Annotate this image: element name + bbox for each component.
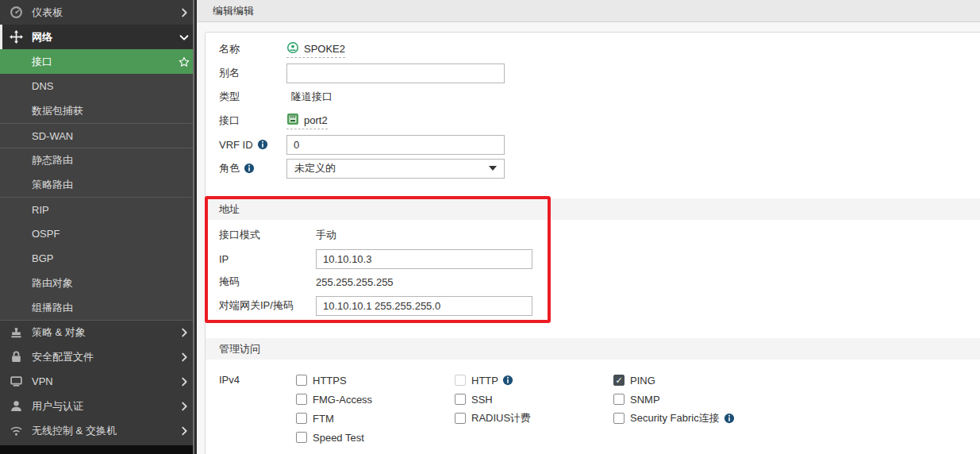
alias-label: 别名 <box>219 66 286 80</box>
checkbox-row-speed-test[interactable]: Speed Test <box>296 428 455 447</box>
chevron-right-icon <box>179 376 190 387</box>
stamp-icon <box>10 326 23 340</box>
sidebar-item-policy-routes[interactable]: 策略路由 <box>0 172 197 197</box>
sidebar-footer <box>0 445 197 454</box>
gauge-icon <box>10 6 23 19</box>
sidebar-item-vpn[interactable]: VPN <box>0 369 197 394</box>
ip-label: IP <box>219 253 316 265</box>
lock-icon <box>10 350 23 364</box>
sidebar-item-wifi-switch[interactable]: 无线控制 & 交换机 <box>0 418 197 443</box>
sidebar-item-network[interactable]: 网络 <box>0 25 197 49</box>
checkbox-row-snmp[interactable]: SNMP <box>613 390 772 409</box>
sidebar-item-multicast-routing[interactable]: 组播路由 <box>0 295 197 320</box>
ssh-checkbox[interactable] <box>455 394 466 405</box>
checkbox-row-fmg-access[interactable]: FMG-Access <box>296 390 455 409</box>
snmp-checkbox[interactable] <box>613 394 625 405</box>
radius-accounting-checkbox[interactable] <box>455 413 466 424</box>
alias-input[interactable] <box>286 63 505 83</box>
checkbox-label: FMG-Access <box>313 394 372 406</box>
sidebar-item-label: DNS <box>32 80 53 92</box>
netmask-value: 255.255.255.255 <box>316 276 394 288</box>
vrf-label: VRF ID <box>219 139 253 151</box>
role-select[interactable]: 未定义的 <box>286 159 505 179</box>
sidebar-item-ospf[interactable]: OSPF <box>0 221 197 246</box>
parent-interface-link[interactable]: port2 <box>286 113 328 129</box>
checkbox-label: HTTP <box>471 375 498 387</box>
address-section-title: 地址 <box>219 202 240 217</box>
addressing-mode-label: 接口模式 <box>219 228 316 242</box>
sidebar-item-security-profiles[interactable]: 安全配置文件 <box>0 344 197 369</box>
info-icon[interactable] <box>257 139 268 150</box>
checkbox-row-ftm[interactable]: FTM <box>296 409 455 428</box>
sidebar-item-label: 策略 & 对象 <box>32 325 86 340</box>
sidebar-item-label: 网络 <box>32 30 52 44</box>
sidebar-item-dns[interactable]: DNS <box>0 74 197 98</box>
alias-row: 别名 <box>206 61 980 85</box>
admin-access-section-title: 管理访问 <box>219 342 260 356</box>
netmask-row: 掩码 255.255.255.255 <box>206 272 980 291</box>
ip-input[interactable] <box>316 249 532 269</box>
speed-test-checkbox[interactable] <box>296 432 307 443</box>
sidebar-item-dashboard[interactable]: 仪表板 <box>0 0 197 25</box>
info-icon[interactable] <box>502 375 513 386</box>
addressing-mode-value: 手动 <box>316 228 336 242</box>
sidebar-item-rip[interactable]: RIP <box>0 197 197 221</box>
type-row: 类型 隧道接口 <box>206 85 980 109</box>
interface-name-link[interactable]: SPOKE2 <box>286 41 345 58</box>
edit-interface-form: 名称 SPOKE2 别名 类型 隧道接口 接口 port2 VRF ID 角色 <box>205 32 980 454</box>
remote-gateway-input[interactable] <box>316 296 532 316</box>
page-header: 编辑编辑 <box>197 0 980 22</box>
ftm-checkbox[interactable] <box>296 413 307 424</box>
sidebar-item-label: BGP <box>32 252 53 264</box>
sidebar-item-interfaces[interactable]: 接口 <box>0 49 197 74</box>
sidebar-item-label: RIP <box>32 204 49 216</box>
fmg-access-checkbox[interactable] <box>296 394 307 405</box>
sidebar-scrollbar[interactable] <box>193 0 197 454</box>
checkbox-label: HTTPS <box>313 375 347 387</box>
sidebar-item-label: VPN <box>32 375 53 387</box>
sidebar-item-sd-wan[interactable]: SD-WAN <box>0 123 197 148</box>
port-icon <box>286 113 299 128</box>
http-checkbox[interactable] <box>455 375 466 386</box>
role-row: 角色 未定义的 <box>206 156 980 180</box>
sidebar: 仪表板网络接口DNS数据包捕获SD-WAN静态路由策略路由RIPOSPFBGP路… <box>0 0 197 454</box>
ipv4-admin-access: IPv4 HTTPSFMG-AccessFTMSpeed TestHTTPSSH… <box>206 371 980 447</box>
checkbox-label: Security Fabric连接 <box>630 411 720 425</box>
chevron-right-icon <box>179 401 190 412</box>
sidebar-item-policy-objects[interactable]: 策略 & 对象 <box>0 320 197 344</box>
checkbox-row-ping[interactable]: ✓PING <box>613 371 772 390</box>
star-icon[interactable] <box>179 56 190 67</box>
checkbox-row-http[interactable]: HTTP <box>455 371 613 390</box>
checkbox-row-ssh[interactable]: SSH <box>455 390 613 409</box>
checkbox-row-security-fabric[interactable]: Security Fabric连接 <box>613 409 772 428</box>
info-icon[interactable] <box>244 163 255 174</box>
sidebar-item-label: 仪表板 <box>32 6 63 20</box>
netmask-label: 掩码 <box>219 275 316 289</box>
checkbox-label: PING <box>630 375 655 387</box>
sidebar-item-user-authentication[interactable]: 用户与认证 <box>0 394 197 418</box>
sidebar-item-bgp[interactable]: BGP <box>0 246 197 271</box>
name-row: 名称 SPOKE2 <box>206 37 980 61</box>
type-value: 隧道接口 <box>291 90 332 104</box>
sidebar-item-static-routes[interactable]: 静态路由 <box>0 148 197 172</box>
sidebar-item-packet-capture[interactable]: 数据包捕获 <box>0 98 197 123</box>
https-checkbox[interactable] <box>296 375 307 386</box>
chevron-down-icon <box>179 32 190 43</box>
ping-checkbox[interactable]: ✓ <box>613 375 625 386</box>
info-icon[interactable] <box>724 413 735 424</box>
vrf-id-input[interactable] <box>286 135 505 155</box>
role-selected-value: 未定义的 <box>294 161 336 175</box>
user-icon <box>10 399 23 413</box>
sidebar-item-label: SD-WAN <box>32 130 73 142</box>
sidebar-item-routing-objects[interactable]: 路由对象 <box>0 271 197 295</box>
name-label: 名称 <box>219 42 286 56</box>
chevron-right-icon <box>179 352 190 363</box>
security-fabric-checkbox[interactable] <box>613 413 625 424</box>
chevron-right-icon <box>179 425 190 437</box>
checkbox-label: Speed Test <box>313 432 364 444</box>
interface-row: 接口 port2 <box>206 109 980 133</box>
checkbox-row-https[interactable]: HTTPS <box>296 371 455 390</box>
admin-access-section-header: 管理访问 <box>206 338 980 360</box>
checkbox-row-radius-accounting[interactable]: RADIUS计费 <box>455 409 613 428</box>
admin-access-column: ✓PINGSNMPSecurity Fabric连接 <box>613 371 772 447</box>
